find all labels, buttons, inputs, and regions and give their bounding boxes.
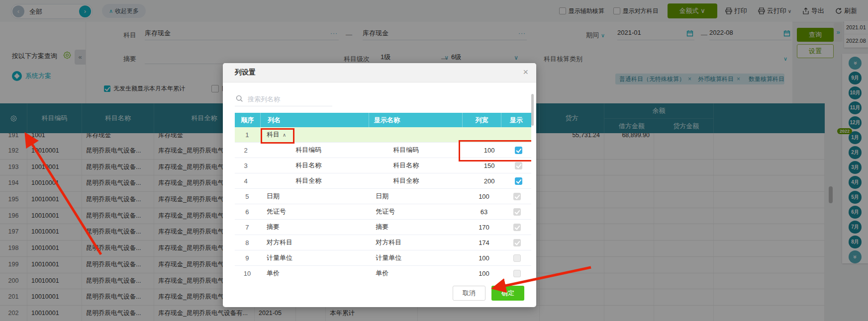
cell-order: 5: [235, 193, 260, 200]
cell-visible: [502, 269, 531, 277]
cell-column-name: 计量单位: [260, 253, 371, 262]
cell-order: 4: [235, 177, 257, 185]
cell-display-name: 对方科目: [371, 238, 465, 247]
cell-column-name: 摘要: [260, 223, 371, 232]
cell-display-name: 计量单位: [371, 253, 465, 262]
visible-checkbox[interactable]: [513, 270, 521, 277]
column-config-table: 顺序 列名 显示名称 列宽 显示 1科目∧2科目编码科目编码1003科目名称科目…: [235, 113, 531, 278]
column-config-row[interactable]: 4科目全称科目全称200: [235, 173, 531, 189]
column-config-row[interactable]: 6凭证号凭证号63: [235, 204, 531, 220]
header-visible: 显示: [501, 113, 531, 127]
search-placeholder: 搜索列名称: [248, 95, 280, 104]
cancel-button[interactable]: 取消: [453, 286, 485, 301]
cell-column-width[interactable]: 200: [473, 177, 505, 185]
cell-column-name: 对方科目: [260, 238, 371, 247]
cell-column-width[interactable]: 100: [466, 254, 503, 262]
header-column-width: 列宽: [463, 113, 501, 127]
cell-column-width[interactable]: 170: [466, 224, 503, 231]
dialog-header: 列设置 ×: [223, 63, 536, 82]
cell-column-name: 日期: [260, 192, 371, 201]
dialog-scrollbar[interactable]: [531, 94, 534, 126]
cell-order: 9: [235, 254, 260, 262]
column-config-row[interactable]: 5日期日期100: [235, 189, 531, 204]
cell-display-name: 科目名称: [388, 161, 473, 170]
header-display-name: 显示名称: [369, 113, 463, 127]
confirm-button[interactable]: 确定: [491, 286, 524, 301]
cell-order: 10: [235, 270, 260, 277]
cell-order: 3: [235, 162, 257, 169]
cell-column-name: 科目编码: [257, 146, 388, 155]
header-column-name: 列名: [261, 113, 369, 127]
column-config-row[interactable]: 8对方科目对方科目174: [235, 235, 531, 250]
visible-checkbox[interactable]: [513, 224, 521, 231]
cell-display-name: 单价: [371, 269, 465, 278]
cell-order: 7: [235, 224, 260, 231]
cell-visible: [502, 239, 531, 246]
visible-checkbox[interactable]: [513, 193, 521, 200]
annotation-rect-width: [459, 140, 531, 161]
cell-order: 6: [235, 208, 260, 216]
cell-column-width[interactable]: 174: [466, 239, 503, 246]
cell-column-name: 科目全称: [257, 176, 388, 185]
annotation-rect-subject: [261, 128, 294, 144]
cell-visible: [506, 177, 531, 185]
visible-checkbox[interactable]: [513, 254, 521, 262]
visible-checkbox[interactable]: [513, 208, 521, 216]
cell-visible: [502, 192, 531, 200]
visible-checkbox[interactable]: [515, 177, 522, 185]
column-settings-dialog: 列设置 × 搜索列名称 顺序 列名 显示名称 列宽 显示 1科目∧2科目编码科目…: [223, 63, 536, 307]
cell-order: 1: [235, 131, 260, 139]
close-icon[interactable]: ×: [523, 67, 528, 78]
cell-visible: [502, 223, 531, 231]
cell-display-name: 日期: [371, 192, 465, 201]
visible-checkbox[interactable]: [515, 162, 522, 169]
cell-column-name: 科目名称: [257, 161, 388, 170]
cell-display-name: 摘要: [371, 223, 465, 232]
column-config-row[interactable]: 10单价单价100: [235, 266, 531, 278]
cell-display-name: 科目全称: [388, 176, 473, 185]
cell-visible: [502, 254, 531, 262]
cell-column-name: 凭证号: [260, 207, 371, 216]
cell-column-name: 单价: [260, 269, 371, 278]
column-config-row[interactable]: 9计量单位计量单位100: [235, 250, 531, 266]
cell-visible: [506, 161, 531, 169]
cell-display-name: 凭证号: [371, 207, 465, 216]
header-order: 顺序: [235, 113, 261, 127]
cell-order: 8: [235, 239, 260, 246]
column-search-input[interactable]: 搜索列名称: [235, 92, 332, 106]
cell-column-width[interactable]: 63: [466, 208, 503, 216]
dialog-title: 列设置: [235, 68, 256, 77]
cell-column-width[interactable]: 100: [466, 193, 503, 200]
cell-column-width[interactable]: 100: [466, 270, 503, 277]
cell-order: 2: [235, 147, 257, 154]
column-config-header: 顺序 列名 显示名称 列宽 显示: [235, 113, 531, 127]
search-icon: [236, 95, 243, 102]
cell-visible: [502, 208, 531, 216]
column-config-row[interactable]: 7摘要摘要170: [235, 220, 531, 235]
visible-checkbox[interactable]: [513, 239, 521, 246]
cell-column-width[interactable]: 150: [473, 162, 505, 169]
